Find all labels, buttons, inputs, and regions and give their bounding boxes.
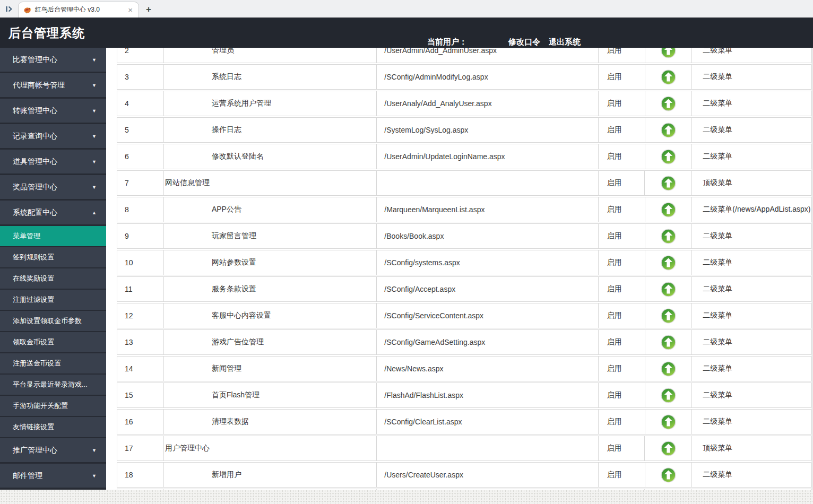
sidebar-item-label: 奖品管理中心 (13, 183, 57, 192)
table-row: 14 新闻管理 /News/News.aspx 启用 (117, 356, 811, 381)
move-up-button[interactable] (661, 414, 676, 430)
sidebar-item[interactable]: 注册过滤设置 (0, 290, 106, 310)
up-arrow-icon (661, 96, 676, 111)
move-up-button[interactable] (661, 96, 676, 111)
table-row: 2 管理员 /UserAdmin/Add_AdminUser.aspx 启用 (117, 48, 811, 63)
row-number-cell: 5 (117, 118, 164, 142)
move-up-cell (645, 197, 693, 222)
status-cell: 启用 (599, 65, 645, 89)
move-up-button[interactable] (661, 48, 676, 58)
move-up-button[interactable] (661, 255, 676, 271)
sidebar-item[interactable]: 转账管理中心 ▼ (0, 99, 106, 123)
move-up-button[interactable] (661, 467, 676, 483)
sidebar-item[interactable]: 系统配置中心 ▲ (0, 201, 106, 224)
move-up-button[interactable] (661, 229, 676, 244)
table-row: 15 首页Flash管理 /FlashAd/FlashList.aspx 启用 (117, 383, 811, 408)
browser-tab[interactable]: 红鸟后台管理中心 v3.0 × (18, 2, 139, 18)
menu-url-cell: /Books/Book.aspx (377, 224, 598, 248)
menu-name-cell: APP公告 (164, 197, 377, 222)
change-password-link[interactable]: 修改口令 (508, 37, 540, 47)
panel-toggle-button[interactable] (0, 0, 18, 18)
sidebar-item-label: 菜单管理 (13, 231, 40, 241)
sidebar-item-label: 友情链接设置 (13, 422, 54, 432)
menu-name-cell: 首页Flash管理 (164, 383, 377, 407)
sidebar-item-label: 邮件管理 (13, 471, 42, 481)
sidebar-item[interactable]: 代理商帐号管理 ▼ (0, 73, 106, 97)
table-row: 4 运营系统用户管理 /UserAnaly/Add_AnalyUser.aspx… (117, 91, 811, 116)
move-up-cell (645, 48, 693, 63)
sidebar-item[interactable]: 领取金币设置 (0, 332, 106, 352)
menu-name-cell (164, 489, 377, 490)
tab-close-icon[interactable]: × (127, 6, 134, 14)
move-up-button[interactable] (661, 361, 676, 377)
current-user-label: 当前用户： (427, 37, 467, 47)
menu-url-cell: /FlashAd/FlashList.aspx (377, 383, 598, 407)
menu-level-cell: 顶级菜单 (692, 171, 811, 195)
move-up-button[interactable] (661, 176, 676, 191)
up-arrow-icon (661, 414, 676, 430)
move-up-button[interactable] (661, 69, 676, 85)
move-up-button[interactable] (661, 308, 676, 324)
move-up-button[interactable] (661, 335, 676, 350)
table-row: 17 用户管理中心 启用 顶级菜单 (117, 436, 811, 461)
status-cell: 启用 (599, 410, 645, 434)
menu-name-cell: 用户管理中心 (164, 436, 377, 460)
menu-name-cell: 运营系统用户管理 (164, 91, 377, 116)
status-cell: 启用 (599, 197, 645, 222)
up-arrow-icon (661, 388, 676, 403)
menu-name-cell: 玩家留言管理 (164, 224, 377, 248)
row-number-cell: 10 (117, 250, 164, 275)
row-number-cell: 2 (117, 48, 164, 63)
sidebar-item-label: 手游功能开关配置 (13, 401, 68, 411)
move-up-cell (645, 436, 692, 460)
sidebar-item[interactable]: 记录查询中心 ▼ (0, 124, 106, 148)
sidebar-item-label: 道具管理中心 (13, 157, 57, 167)
sidebar-item[interactable]: 注册送金币设置 (0, 353, 106, 373)
sidebar-item[interactable]: 奖品管理中心 ▼ (0, 175, 106, 199)
row-number-cell: 15 (117, 383, 164, 407)
move-up-cell (645, 357, 693, 381)
sidebar-item[interactable]: 在线奖励设置 (0, 268, 106, 289)
sidebar-item[interactable]: 道具管理中心 ▼ (0, 150, 106, 173)
caret-down-icon: ▼ (92, 159, 97, 164)
row-number-cell: 11 (117, 277, 164, 301)
move-up-cell (645, 171, 692, 195)
row-number-cell: 16 (117, 410, 164, 434)
row-number-cell: 7 (117, 171, 164, 195)
move-up-button[interactable] (661, 388, 676, 403)
move-up-button[interactable] (661, 149, 676, 164)
status-cell (599, 489, 645, 490)
move-up-button[interactable] (661, 441, 676, 456)
sidebar-item[interactable]: 推广管理中心 ▼ (0, 438, 106, 462)
app-header: 后台管理系统 当前用户： 修改口令 退出系统 (0, 18, 813, 48)
up-arrow-icon (661, 441, 676, 456)
tab-favicon-bird-icon (23, 6, 31, 14)
status-cell: 启用 (599, 303, 645, 328)
sidebar-item[interactable]: 签到规则设置 (0, 247, 106, 267)
move-up-button[interactable] (661, 202, 676, 218)
up-arrow-icon (661, 361, 676, 377)
sidebar-item-label: 平台显示最近登录游戏... (13, 380, 88, 389)
new-tab-button[interactable]: + (146, 5, 151, 14)
menu-name-cell: 管理员 (164, 48, 377, 63)
move-up-button[interactable] (661, 123, 676, 138)
sidebar-item[interactable]: 添加设置领取金币参数 (0, 311, 106, 331)
move-up-cell (645, 65, 693, 89)
menu-url-cell: /SConfig/AdminModifyLog.aspx (377, 65, 598, 89)
sidebar-item[interactable]: 手游功能开关配置 (0, 396, 106, 416)
up-arrow-icon (661, 48, 676, 58)
sidebar-item[interactable]: 邮件管理 ▼ (0, 464, 106, 488)
sidebar-item[interactable]: 菜单管理 (0, 226, 106, 246)
sidebar-item[interactable]: 比赛管理中心 ▼ (0, 48, 106, 72)
menu-url-cell: /SConfig/GameAdSetting.aspx (377, 330, 598, 354)
sidebar-item[interactable]: 平台显示最近登录游戏... (0, 375, 106, 395)
up-arrow-icon (661, 467, 676, 483)
browser-tab-strip: 红鸟后台管理中心 v3.0 × + (0, 0, 813, 18)
sidebar-item[interactable]: 友情链接设置 (0, 417, 106, 437)
table-row: 3 系统日志 /SConfig/AdminModifyLog.aspx 启用 (117, 64, 811, 90)
move-up-cell (645, 250, 693, 275)
logout-link[interactable]: 退出系统 (549, 37, 581, 47)
table-row: 7 网站信息管理 启用 顶级菜单 (117, 170, 811, 196)
move-up-button[interactable] (661, 282, 676, 297)
menu-name-cell: 新闻管理 (164, 357, 377, 381)
